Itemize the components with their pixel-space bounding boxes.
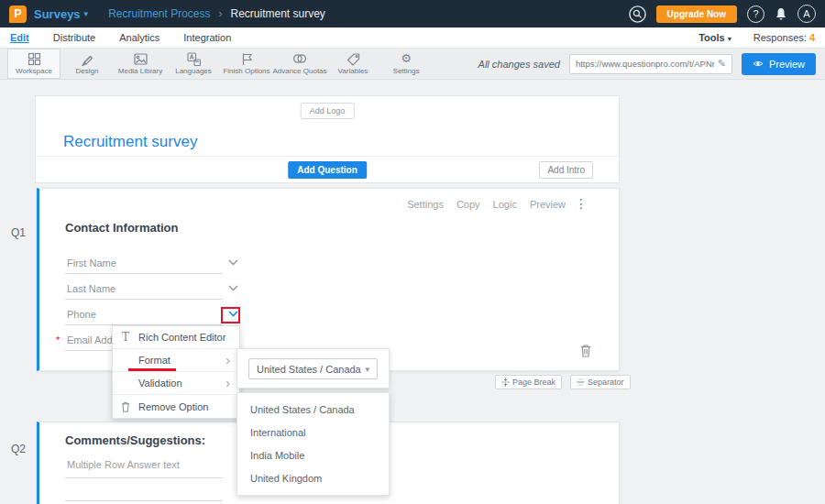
eye-icon	[753, 60, 764, 68]
upgrade-now-button[interactable]: Upgrade Now	[656, 5, 737, 23]
annotation-highlight-box	[221, 307, 240, 323]
inline-page-controls: Page Break Separator	[495, 375, 631, 389]
chevron-down-icon: ▾	[728, 35, 732, 43]
field-row-phone[interactable]: Phone	[65, 305, 223, 325]
brush-icon	[81, 52, 94, 65]
selected-format-value: United States / Canada	[257, 364, 361, 375]
image-icon	[134, 52, 148, 65]
delete-question-icon[interactable]	[580, 344, 591, 357]
page-break-icon	[501, 378, 510, 387]
search-icon[interactable]	[629, 5, 646, 23]
answer-line[interactable]	[65, 500, 223, 501]
bell-icon[interactable]	[775, 7, 787, 21]
chevron-down-icon[interactable]: ▾	[84, 9, 89, 18]
answer-line[interactable]	[65, 477, 223, 478]
field-label: Phone	[67, 309, 96, 320]
question-logic-link[interactable]: Logic	[493, 199, 517, 210]
tag-icon	[346, 52, 360, 65]
question-settings-link[interactable]: Settings	[407, 199, 444, 210]
tool-settings[interactable]: ⚙ Settings	[380, 49, 433, 79]
tool-label: Advance Quotas	[272, 67, 326, 75]
tool-workspace[interactable]: Workspace	[7, 49, 60, 79]
chevron-down-icon: ▾	[365, 365, 369, 374]
separator-button[interactable]: Separator	[570, 375, 631, 389]
submenu-arrow-icon: ›	[226, 378, 230, 388]
edit-url-icon[interactable]: ✎	[718, 58, 726, 70]
tool-label: Finish Options	[223, 67, 270, 75]
questionpro-logo[interactable]: P	[9, 5, 27, 23]
page-break-button[interactable]: Page Break	[495, 375, 562, 389]
menu-bar-right: Tools▾ Responses: 4	[698, 32, 815, 43]
chevron-down-icon[interactable]	[228, 259, 238, 266]
responses-label: Responses:	[754, 32, 807, 43]
tool-media-library[interactable]: Media Library	[114, 49, 167, 79]
add-logo-button[interactable]: Add Logo	[301, 103, 355, 119]
question1-number: Q1	[11, 226, 26, 239]
add-question-row: Add Question Add Intro	[36, 156, 619, 182]
page-break-label: Page Break	[512, 378, 556, 387]
menu-item-label: Remove Option	[138, 401, 208, 412]
required-asterisk: *	[56, 334, 60, 345]
tool-label: Design	[76, 67, 99, 75]
save-status-text: All changes saved	[478, 59, 560, 70]
annotation-underline	[128, 368, 176, 371]
format-option-india-mobile[interactable]: India Mobile	[237, 444, 389, 466]
question-actions: Settings Copy Logic Preview	[407, 199, 566, 210]
tool-label: Workspace	[16, 67, 52, 75]
question-preview-link[interactable]: Preview	[530, 199, 566, 210]
chevron-down-icon[interactable]	[228, 285, 238, 291]
phone-format-select[interactable]: United States / Canada ▾	[248, 358, 378, 379]
format-option-international[interactable]: International	[237, 421, 389, 444]
tab-analytics[interactable]: Analytics	[119, 32, 160, 43]
preview-label: Preview	[769, 59, 805, 70]
add-intro-button[interactable]: Add Intro	[539, 161, 593, 179]
question2-title[interactable]: Comments/Suggestions:	[65, 433, 205, 447]
survey-header-card: Add Logo Recruitment survey Add Question…	[35, 95, 620, 183]
tab-integration[interactable]: Integration	[183, 32, 231, 43]
separator-label: Separator	[588, 378, 624, 387]
submenu-arrow-icon: ›	[226, 356, 230, 365]
tool-label: Languages	[175, 67, 212, 75]
question2-number: Q2	[11, 443, 26, 455]
add-question-button[interactable]: Add Question	[288, 161, 367, 179]
multi-row-answer-placeholder[interactable]: Multiple Row Answer text	[67, 459, 180, 470]
field-label: First Name	[67, 257, 116, 268]
responses-counter[interactable]: Responses: 4	[754, 32, 815, 43]
avatar[interactable]: A	[798, 5, 816, 23]
tool-label: Settings	[393, 67, 420, 75]
separator-icon	[577, 378, 585, 386]
menu-item-remove-option[interactable]: Remove Option	[113, 395, 239, 418]
gear-icon: ⚙	[401, 52, 412, 65]
menu-item-rich-content-editor[interactable]: T Rich Content Editor	[113, 326, 239, 349]
preview-button[interactable]: Preview	[742, 53, 816, 75]
menu-item-validation[interactable]: Validation ›	[113, 372, 239, 395]
survey-title[interactable]: Recruitment survey	[63, 133, 197, 151]
field-row-last-name[interactable]: Last Name	[65, 279, 223, 300]
tool-finish-options[interactable]: Finish Options	[220, 49, 273, 79]
surveys-product-switcher[interactable]: Surveys	[34, 7, 81, 21]
help-icon[interactable]: ?	[747, 5, 764, 23]
tool-design[interactable]: Design	[60, 49, 114, 79]
tools-menu[interactable]: Tools▾	[698, 32, 732, 43]
main-menu-bar: Edit Distribute Analytics Integration To…	[0, 27, 825, 49]
breadcrumb-parent-link[interactable]: Recruitment Process	[108, 7, 210, 20]
tool-variables[interactable]: Variables	[326, 49, 380, 79]
format-option-united-kingdom[interactable]: United Kingdom	[237, 466, 389, 489]
question-copy-link[interactable]: Copy	[456, 199, 480, 210]
question-more-menu-icon[interactable]: ⋮	[575, 196, 588, 211]
format-option-us-canada[interactable]: United States / Canada	[237, 398, 389, 421]
breadcrumb-current: Recruitment survey	[231, 7, 325, 20]
tool-languages[interactable]: Languages	[167, 49, 220, 79]
trash-icon	[113, 401, 138, 412]
menu-item-label: Validation	[138, 378, 182, 389]
tool-label: Variables	[338, 67, 368, 75]
question1-title[interactable]: Contact Information	[65, 221, 179, 235]
tab-distribute[interactable]: Distribute	[53, 32, 95, 43]
language-icon	[187, 52, 201, 65]
field-row-first-name[interactable]: First Name	[65, 254, 223, 274]
survey-url-input[interactable]: https://www.questionpro.com/t/APNrFZ ✎	[569, 54, 732, 74]
tool-advance-quotas[interactable]: Advance Quotas	[273, 49, 326, 79]
tab-edit[interactable]: Edit	[10, 32, 29, 43]
top-navigation-bar: P Surveys ▾ Recruitment Process › Recrui…	[0, 0, 825, 27]
field-label: Last Name	[67, 283, 116, 294]
